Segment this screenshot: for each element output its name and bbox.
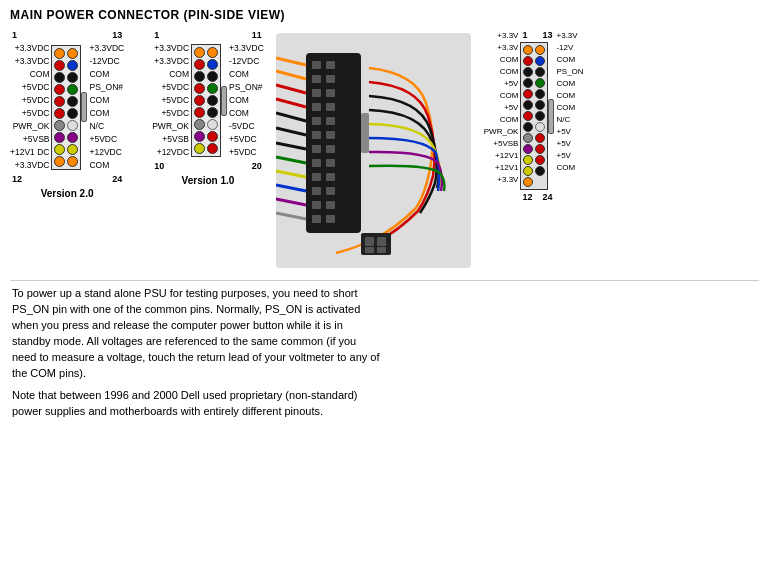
v10-label: Version 1.0 bbox=[182, 175, 235, 186]
right-latch bbox=[548, 99, 554, 134]
svg-rect-4 bbox=[312, 89, 321, 97]
right-pin-label-left: PWR_OK bbox=[484, 126, 519, 138]
pin-label-left: PWR_OK bbox=[152, 120, 189, 133]
right-pin-label-left: +12V1 bbox=[495, 150, 518, 162]
right-pin-label-right: COM bbox=[556, 78, 575, 90]
right-pin-label-left: COM bbox=[500, 54, 519, 66]
pin-circle bbox=[67, 60, 78, 71]
right-pin-label-right: COM bbox=[556, 54, 575, 66]
v20-connector-wrap: 1 13 +3.3VDC+3.3VDCCOM+5VDC+5VDC+5VDCPWR… bbox=[10, 30, 124, 184]
right-pin bbox=[523, 56, 533, 66]
v20-num-13: 13 bbox=[112, 30, 122, 40]
description-text: To power up a stand alone PSU for testin… bbox=[12, 286, 382, 420]
v10-inner: +3.3VDC+3.3VDCCOM+5VDC+5VDC+5VDCPWR_OK+5… bbox=[152, 42, 264, 159]
v10-num-1: 1 bbox=[154, 30, 159, 40]
svg-rect-17 bbox=[326, 103, 335, 111]
svg-rect-40 bbox=[365, 237, 374, 246]
right-pin-label-left: +3.3V bbox=[497, 30, 518, 42]
pin-circle bbox=[54, 144, 65, 155]
right-top-nums: 113 bbox=[520, 30, 554, 40]
pin-circle bbox=[54, 156, 65, 167]
svg-rect-23 bbox=[326, 187, 335, 195]
svg-rect-42 bbox=[365, 247, 374, 253]
pin-label-right: COM bbox=[89, 159, 109, 172]
pin-label-left: +3.3VDC bbox=[15, 42, 50, 55]
right-pin-label-left: COM bbox=[500, 114, 519, 126]
v10-connector-wrap: 1 11 +3.3VDC+3.3VDCCOM+5VDC+5VDC+5VDCPWR… bbox=[152, 30, 264, 171]
v10-col2 bbox=[207, 47, 218, 154]
pin-circle bbox=[67, 72, 78, 83]
pin-circle bbox=[207, 131, 218, 142]
pin-circle bbox=[54, 120, 65, 131]
right-pin-label-left: +5V bbox=[504, 78, 518, 90]
right-pin-label-left: COM bbox=[500, 66, 519, 78]
right-bottom-nums: 1224 bbox=[520, 192, 554, 202]
pin-label-right: +3.3VDC bbox=[229, 42, 264, 55]
pin-label-left: +3.3VDC bbox=[154, 55, 189, 68]
pin-label-right: N/C bbox=[89, 120, 104, 133]
pin-label-left: +5VDC bbox=[161, 107, 189, 120]
svg-rect-6 bbox=[312, 117, 321, 125]
svg-rect-26 bbox=[361, 113, 369, 153]
atx-photo-svg bbox=[276, 33, 471, 268]
v10-top-nums: 1 11 bbox=[152, 30, 264, 40]
right-pin-label-right: +5V bbox=[556, 126, 570, 138]
pin-label-left: +5VDC bbox=[161, 81, 189, 94]
pin-circle bbox=[194, 131, 205, 142]
pin-circle bbox=[194, 143, 205, 154]
right-pin bbox=[535, 67, 545, 77]
pin-circle bbox=[207, 119, 218, 130]
svg-rect-9 bbox=[312, 159, 321, 167]
pin-label-right: PS_ON# bbox=[229, 81, 263, 94]
v10-num-11: 11 bbox=[252, 30, 262, 40]
pin-label-left: +3.3VDC bbox=[15, 159, 50, 172]
pin-circle bbox=[54, 72, 65, 83]
right-pin bbox=[523, 133, 533, 143]
page-container: MAIN POWER CONNECTOR (PIN-SIDE VIEW) 1 1… bbox=[0, 0, 769, 585]
right-pin bbox=[535, 45, 545, 55]
pin-circle bbox=[207, 59, 218, 70]
pin-circle bbox=[54, 84, 65, 95]
v20-left-labels: +3.3VDC+3.3VDCCOM+5VDC+5VDC+5VDCPWR_OK+5… bbox=[10, 42, 49, 172]
pin-label-right: -5VDC bbox=[229, 120, 255, 133]
right-pin-label-right: -12V bbox=[556, 42, 573, 54]
pin-circle bbox=[67, 84, 78, 95]
pin-label-right: COM bbox=[89, 107, 109, 120]
svg-rect-20 bbox=[326, 145, 335, 153]
right-pin bbox=[523, 122, 533, 132]
right-pin bbox=[535, 155, 545, 165]
right-pin-label-right: COM bbox=[556, 90, 575, 102]
v10-body bbox=[191, 44, 221, 157]
v10-num-20: 20 bbox=[252, 161, 262, 171]
right-pin bbox=[523, 100, 533, 110]
pin-label-left: +5VDC bbox=[22, 81, 50, 94]
right-pin bbox=[535, 56, 545, 66]
right-pin bbox=[523, 166, 533, 176]
pin-circle bbox=[67, 48, 78, 59]
photo-area bbox=[274, 30, 474, 270]
pin-circle bbox=[67, 96, 78, 107]
v20-num-12: 12 bbox=[12, 174, 22, 184]
v20-top-nums: 1 13 bbox=[10, 30, 124, 40]
pin-label-left: +5VDC bbox=[22, 107, 50, 120]
right-pin-label-left: +3.3V bbox=[497, 42, 518, 54]
right-connector-wrap: 113 1224 bbox=[520, 30, 554, 202]
right-pin-label-right: COM bbox=[556, 102, 575, 114]
pin-circle bbox=[54, 60, 65, 71]
right-pin-label-right: +5V bbox=[556, 138, 570, 150]
pin-label-right: COM bbox=[229, 68, 249, 81]
pin-circle bbox=[67, 144, 78, 155]
pin-label-left: +3.3VDC bbox=[154, 42, 189, 55]
pin-label-left: +5VSB bbox=[162, 133, 189, 146]
v20-num-24: 24 bbox=[112, 174, 122, 184]
version10-block: 1 11 +3.3VDC+3.3VDCCOM+5VDC+5VDC+5VDCPWR… bbox=[152, 30, 264, 186]
right-pin-label-right: +5V bbox=[556, 150, 570, 162]
pin-label-right: COM bbox=[229, 94, 249, 107]
svg-rect-12 bbox=[312, 201, 321, 209]
svg-rect-15 bbox=[326, 75, 335, 83]
pin-circle bbox=[67, 108, 78, 119]
v20-inner: +3.3VDC+3.3VDCCOM+5VDC+5VDC+5VDCPWR_OK+5… bbox=[10, 42, 124, 172]
pin-label-right: +5VDC bbox=[229, 133, 257, 146]
svg-rect-19 bbox=[326, 131, 335, 139]
page-title: MAIN POWER CONNECTOR (PIN-SIDE VIEW) bbox=[10, 8, 759, 22]
